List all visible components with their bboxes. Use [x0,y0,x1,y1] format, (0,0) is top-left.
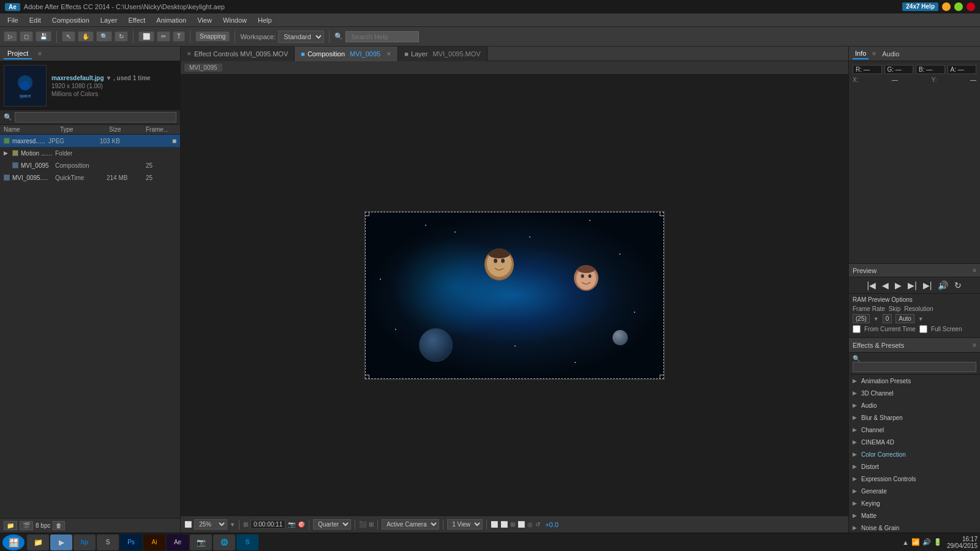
taskbar-chrome[interactable]: 🌐 [213,534,235,550]
taskbar-steam[interactable]: S [97,534,119,550]
tool-hand[interactable]: ✋ [78,31,94,42]
menu-window[interactable]: Window [218,15,252,25]
effects-menu-icon[interactable]: ≡ [973,342,976,348]
taskbar-media-player[interactable]: ▶ [50,534,72,550]
menu-file[interactable]: File [2,15,23,25]
taskbar-skype[interactable]: S [236,534,258,550]
taskbar-datetime[interactable]: 16:17 29/04/2015 [947,536,978,549]
composition-viewer[interactable] [181,75,848,515]
tab-project[interactable]: Project [4,48,32,59]
comp-tab-close[interactable]: ✕ [386,51,391,57]
proj-name-motion: Motion ....aep [21,150,53,157]
effect-channel[interactable]: ▶ Channel [849,424,980,436]
taskbar-photoshop[interactable]: Ps [120,534,142,550]
step-forward-btn[interactable]: ▶| [906,280,919,291]
new-comp-proj-btn[interactable]: 🎬 [20,521,33,530]
taskbar-hp[interactable]: hp [74,534,96,550]
close-btn[interactable] [967,2,975,11]
effect-generate[interactable]: ▶ Generate [849,485,980,497]
play-btn[interactable]: ▶ [893,280,903,291]
tool-text[interactable]: T [173,31,185,42]
tool-rotate[interactable]: ↻ [115,31,128,42]
new-folder-btn[interactable]: 📁 [4,521,17,530]
composition-tab[interactable]: ■ Composition MVI_0095 ✕ [295,47,398,61]
menu-composition[interactable]: Composition [47,15,94,25]
proj-item-mvi0095[interactable]: MVI_0095 Composition 25 [0,159,180,171]
effect-controls-tab[interactable]: ✕ Effect Controls MVI_0095.MOV [181,47,295,61]
tool-mask[interactable]: ⬜ [138,31,154,42]
menu-layer[interactable]: Layer [96,15,123,25]
open-btn[interactable]: ◻ [20,31,33,42]
effect-expression[interactable]: ▶ Expression Controls [849,473,980,485]
search-input[interactable] [345,31,419,42]
skip-to-end-btn[interactable]: ▶| [921,280,934,291]
titlebar-controls[interactable]: 24x7 Help [902,2,975,11]
tray-battery[interactable]: 🔋 [933,538,942,546]
delete-proj-btn[interactable]: 🗑 [53,521,65,530]
menu-animation[interactable]: Animation [151,15,191,25]
effect-controls-tab-close[interactable]: ✕ [187,51,192,57]
minimize-btn[interactable] [942,2,951,11]
full-screen-checkbox[interactable] [919,325,927,333]
save-btn[interactable]: 💾 [36,31,51,42]
panel-menu-icon[interactable]: ≡ [38,50,42,57]
proj-expand-motion[interactable]: ▶ [4,150,10,156]
layer-tab[interactable]: ■ Layer MVI_0095.MOV [398,47,487,61]
resolution-value[interactable]: Auto [895,314,914,323]
taskbar-camera[interactable]: 📷 [190,534,212,550]
step-back-btn[interactable]: ◀ [880,280,891,291]
frame-rate-value[interactable]: (25) [853,314,870,323]
view-select[interactable]: 1 View [447,519,483,530]
loop-btn[interactable]: ↻ [952,280,963,291]
tray-up-arrow[interactable]: ▲ [902,539,909,546]
menu-view[interactable]: View [192,15,217,25]
skip-to-start-btn[interactable]: |◀ [865,280,878,291]
tray-network[interactable]: 📶 [911,538,920,546]
zoom-select[interactable]: 25%50%100% [194,519,227,530]
menu-help[interactable]: Help [253,15,277,25]
proj-item-maxresd[interactable]: maxresd...jpg JPEG 103 KB ◼ [0,135,180,147]
audio-btn[interactable]: 🔊 [936,280,950,291]
effect-animation-presets[interactable]: ▶ Animation Presets [849,375,980,387]
effect-keying[interactable]: ▶ Keying [849,497,980,509]
comp-timecode[interactable]: 0:00:00:11 [251,520,285,529]
effect-noise-grain[interactable]: ▶ Noise & Grain [849,522,980,533]
new-comp-btn[interactable]: ▷ [4,31,17,42]
effects-search-input[interactable] [853,362,976,372]
tool-pen[interactable]: ✏ [157,31,170,42]
skip-value[interactable]: 0 [883,314,892,323]
quality-select[interactable]: QuarterHalfFull [313,519,351,530]
camera-select[interactable]: Active Camera [382,519,439,530]
maximize-btn[interactable] [954,2,963,11]
effect-distort[interactable]: ▶ Distort [849,460,980,473]
info-menu-icon[interactable]: ≡ [872,50,876,57]
tray-volume[interactable]: 🔊 [922,538,931,546]
tool-zoom[interactable]: 🔍 [96,31,112,42]
frame-rate-dropdown[interactable]: ▼ [873,316,879,322]
resolution-dropdown[interactable]: ▼ [918,316,924,322]
menu-effect[interactable]: Effect [123,15,150,25]
menu-edit[interactable]: Edit [24,15,46,25]
preview-menu-icon[interactable]: ≡ [973,267,976,274]
proj-item-motion[interactable]: ▶ Motion ....aep Folder [0,147,180,159]
effect-audio[interactable]: ▶ Audio [849,399,980,411]
effect-color-correction[interactable]: ▶ Color Correction [849,448,980,460]
taskbar-start-btn[interactable]: 🪟 [2,534,24,550]
snapping-btn[interactable]: Snapping [195,31,230,42]
effect-blur-sharpen[interactable]: ▶ Blur & Sharpen [849,411,980,424]
proj-item-mvi0095mov[interactable]: MVI_0095.MOV QuickTime 214 MB 25 [0,171,180,184]
gain-value[interactable]: +0.0 [543,521,561,528]
from-current-checkbox[interactable] [853,325,861,333]
project-search-input[interactable] [15,112,176,122]
taskbar-explorer[interactable]: 📁 [27,534,49,550]
help-badge[interactable]: 24x7 Help [902,2,938,11]
taskbar-illustrator[interactable]: Ai [143,534,165,550]
tab-info[interactable]: Info [853,48,869,59]
tool-arrow[interactable]: ↖ [62,31,75,42]
taskbar-aftereffects[interactable]: Ae [167,534,189,550]
workspace-select[interactable]: Standard [278,31,324,43]
effect-cinema4d[interactable]: ▶ CINEMA 4D [849,436,980,448]
tab-audio[interactable]: Audio [880,49,902,59]
effect-3d-channel[interactable]: ▶ 3D Channel [849,387,980,399]
effect-matte[interactable]: ▶ Matte [849,509,980,522]
